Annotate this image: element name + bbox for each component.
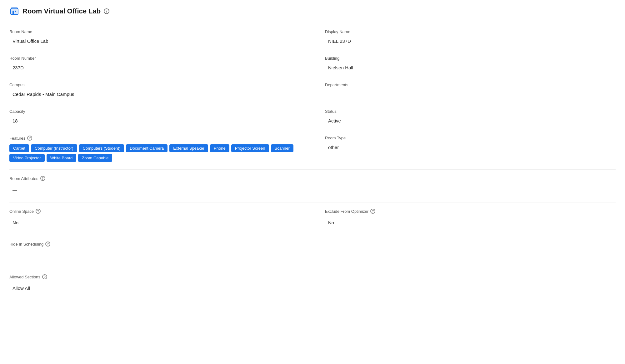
capacity-label: Capacity xyxy=(9,109,312,114)
feature-tag: Projector Screen xyxy=(231,144,269,152)
room-name-section: Room Name Virtual Office Lab xyxy=(9,26,312,52)
status-value: Active xyxy=(325,116,616,126)
features-row: Features ? CarpetComputer (Instructor)Co… xyxy=(9,132,616,168)
svg-rect-4 xyxy=(12,12,14,14)
features-label-text: Features xyxy=(9,136,25,141)
feature-tag: White Board xyxy=(47,154,77,162)
hide-scheduling-value: — xyxy=(9,250,616,260)
status-label: Status xyxy=(325,109,616,114)
online-space-value: No xyxy=(9,217,312,227)
hide-scheduling-help-icon[interactable]: ? xyxy=(45,242,50,247)
hide-scheduling-label-container: Hide In Scheduling ? xyxy=(9,242,616,247)
feature-tag: Zoom Capable xyxy=(78,154,112,162)
room-attributes-section: Room Attributes ? — xyxy=(9,171,616,201)
allowed-sections-label-text: Allowed Sections xyxy=(9,275,40,279)
room-name-value: Virtual Office Lab xyxy=(9,36,312,46)
online-space-help-icon[interactable]: ? xyxy=(36,209,41,214)
display-name-section: Display Name NIEL 237D xyxy=(312,26,616,52)
divider-3 xyxy=(9,235,616,235)
room-type-section: Room Type other xyxy=(312,136,616,162)
building-section: Building Nielsen Hall xyxy=(312,52,616,79)
room-icon xyxy=(9,6,19,16)
capacity-section: Capacity 18 xyxy=(9,105,312,132)
feature-tag: Phone xyxy=(210,144,229,152)
info-icon[interactable]: i xyxy=(104,8,109,14)
svg-rect-3 xyxy=(15,11,16,12)
svg-rect-0 xyxy=(11,9,18,14)
building-label: Building xyxy=(325,56,616,61)
allowed-sections-value: Allow All xyxy=(9,283,616,293)
room-name-label: Room Name xyxy=(9,29,312,34)
display-name-value: NIEL 237D xyxy=(325,36,616,46)
online-space-label-text: Online Space xyxy=(9,209,34,214)
status-section: Status Active xyxy=(312,105,616,132)
campus-section: Campus Cedar Rapids - Main Campus xyxy=(9,79,312,105)
departments-section: Departments — xyxy=(312,79,616,105)
divider-4 xyxy=(9,268,616,268)
hide-scheduling-section: Hide In Scheduling ? — xyxy=(9,237,616,267)
feature-tag: Video Projector xyxy=(9,154,45,162)
divider-2 xyxy=(9,202,616,202)
feature-tag: Scanner xyxy=(271,144,293,152)
room-type-value: other xyxy=(325,142,616,152)
allowed-sections-label-container: Allowed Sections ? xyxy=(9,274,616,279)
room-type-label: Room Type xyxy=(325,136,616,140)
form-grid: Room Name Virtual Office Lab Display Nam… xyxy=(9,26,616,132)
exclude-optimizer-help-icon[interactable]: ? xyxy=(370,209,375,214)
divider-1 xyxy=(9,169,616,170)
exclude-optimizer-label-container: Exclude From Optimizer ? xyxy=(325,209,616,214)
online-space-label-container: Online Space ? xyxy=(9,209,312,214)
capacity-value: 18 xyxy=(9,116,312,126)
room-attributes-value: — xyxy=(9,185,616,195)
features-tags: CarpetComputer (Instructor)Computers (St… xyxy=(9,144,312,162)
feature-tag: External Speaker xyxy=(169,144,208,152)
departments-label: Departments xyxy=(325,82,616,87)
room-attributes-label-container: Room Attributes ? xyxy=(9,176,616,181)
campus-label: Campus xyxy=(9,82,312,87)
feature-tag: Computer (Instructor) xyxy=(31,144,77,152)
feature-tag: Document Camera xyxy=(126,144,168,152)
page-header: Room Virtual Office Lab i xyxy=(9,6,616,16)
allowed-sections-help-icon[interactable]: ? xyxy=(42,274,47,279)
online-space-section: Online Space ? No xyxy=(9,209,312,227)
building-value: Nielsen Hall xyxy=(325,62,616,72)
feature-tag: Carpet xyxy=(9,144,29,152)
room-number-value: 237D xyxy=(9,62,312,72)
features-help-icon[interactable]: ? xyxy=(27,136,32,141)
allowed-sections-section: Allowed Sections ? Allow All xyxy=(9,269,616,299)
campus-value: Cedar Rapids - Main Campus xyxy=(9,89,312,99)
exclude-optimizer-label-text: Exclude From Optimizer xyxy=(325,209,368,214)
exclude-optimizer-section: Exclude From Optimizer ? No xyxy=(312,209,616,227)
hide-scheduling-label-text: Hide In Scheduling xyxy=(9,242,43,247)
feature-tag: Computers (Student) xyxy=(79,144,124,152)
features-section: Features ? CarpetComputer (Instructor)Co… xyxy=(9,136,312,162)
features-label-container: Features ? xyxy=(9,136,312,141)
display-name-label: Display Name xyxy=(325,29,616,34)
room-attributes-help-icon[interactable]: ? xyxy=(40,176,45,181)
online-exclude-row: Online Space ? No Exclude From Optimizer… xyxy=(9,204,616,234)
room-number-label: Room Number xyxy=(9,56,312,61)
room-number-section: Room Number 237D xyxy=(9,52,312,79)
exclude-optimizer-value: No xyxy=(325,217,616,227)
departments-value: — xyxy=(325,89,616,99)
page-title: Room Virtual Office Lab xyxy=(22,7,101,15)
room-attributes-label-text: Room Attributes xyxy=(9,176,38,181)
